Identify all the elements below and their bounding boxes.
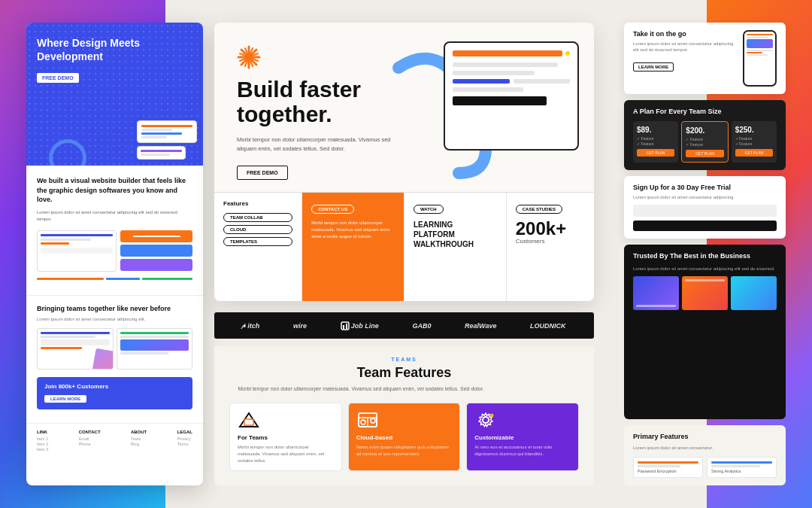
primary-feature-1: Password Encryption bbox=[633, 457, 703, 478]
take-on-go-title: Take it on the go bbox=[633, 30, 737, 38]
trial-signup-btn[interactable] bbox=[633, 221, 777, 231]
feature-tag-templates[interactable]: TEMPLATES bbox=[223, 237, 292, 246]
primary-features-card: Primary Features Lorem ipsum dolor sit a… bbox=[624, 425, 786, 485]
right-column: Take it on the go Lorem ipsum dolor sit … bbox=[624, 23, 786, 485]
section2-text: Lorem ipsum dolor sit amet consectetur a… bbox=[37, 316, 192, 322]
price-2-f2: ✓ Feature bbox=[686, 142, 723, 147]
mosaic-container: Where Design Meets Development FREE DEMO bbox=[0, 0, 812, 508]
watch-label[interactable]: WATCH bbox=[414, 205, 444, 214]
trusted-screen-3 bbox=[731, 276, 777, 310]
tf-tag: TEAMS bbox=[229, 357, 579, 362]
primary-feature-items: Password Encryption Strong Analytics bbox=[633, 457, 777, 478]
price-2-btn[interactable]: GET PLAN bbox=[686, 150, 723, 157]
trial-title: Sign Up for a 30 Day Free Trial bbox=[633, 184, 777, 191]
price-card-2: $200. ✓ Feature ✓ Feature GET PLAN bbox=[681, 121, 728, 163]
primary-features-title: Primary Features bbox=[633, 433, 777, 440]
svg-point-18 bbox=[483, 417, 489, 423]
learning-platform-text: LEARNINGPLATFORMWALKTHROUGH bbox=[414, 220, 497, 249]
price-2-f1: ✓ Feature bbox=[686, 137, 723, 141]
svg-rect-10 bbox=[346, 324, 347, 329]
feature-tag-cloud[interactable]: CLOUD bbox=[223, 225, 292, 234]
case-studies-label[interactable]: CASE STUDIES bbox=[516, 205, 562, 214]
svg-rect-9 bbox=[343, 325, 344, 329]
svg-rect-8 bbox=[341, 322, 349, 330]
tf-card-teams-icon bbox=[238, 411, 260, 430]
features-row: Features TEAM COLLAB CLOUD TEMPLATES CON… bbox=[214, 192, 594, 301]
svg-point-17 bbox=[371, 418, 375, 423]
price-1-btn[interactable]: GET PLAN bbox=[637, 149, 674, 157]
tf-card-teams-text: Morbi tempor non dolor ullamcorper males… bbox=[238, 444, 334, 464]
price-2-amount: $200. bbox=[686, 126, 723, 135]
footer-col-3: ABOUT Team Blog bbox=[131, 430, 147, 452]
section2-screen-1 bbox=[37, 328, 114, 370]
tf-card-cloud-title: Cloud-based bbox=[356, 434, 453, 441]
tf-title: Team Features bbox=[229, 365, 579, 381]
features-label: Features bbox=[223, 200, 292, 207]
tf-card-teams-title: For Teams bbox=[238, 434, 334, 441]
tf-card-cloud: Cloud-based Nemo enim ipsam voluptatem q… bbox=[348, 403, 461, 471]
logos-bar: 𝓅 itch wire Job Line GAB0 RealWave LOUDN… bbox=[214, 312, 594, 339]
left-card-section2: Bringing teams together like never befor… bbox=[26, 295, 203, 423]
take-on-go-card: Take it on the go Lorem ipsum dolor sit … bbox=[624, 23, 786, 94]
plan-card: A Plan For Every Team Size $89. ✓ Featur… bbox=[624, 100, 786, 170]
team-features-section: TEAMS Team Features Morbi tempor non dol… bbox=[214, 346, 594, 485]
hero-demo-button[interactable]: FREE DEMO bbox=[237, 166, 288, 180]
trusted-text: Lorem ipsum dolor sit amet consectetur a… bbox=[633, 266, 777, 272]
take-on-go-learn-more[interactable]: LEARN MORE bbox=[633, 62, 674, 71]
feature-tag-team[interactable]: TEAM COLLAB bbox=[223, 213, 292, 222]
trusted-screen-2 bbox=[682, 276, 728, 310]
join-title: Join 800k+ Customers bbox=[44, 383, 185, 390]
left-card-body-title: We built a visual website builder that f… bbox=[37, 176, 192, 205]
logo-wire: wire bbox=[293, 322, 307, 330]
left-card-body: We built a visual website builder that f… bbox=[26, 166, 203, 295]
primary-feature-2: Strong Analytics bbox=[707, 457, 777, 478]
tf-cards: For Teams Morbi tempor non dolor ullamco… bbox=[229, 403, 579, 471]
join-banner: Join 800k+ Customers LEARN MORE bbox=[37, 377, 192, 409]
svg-point-16 bbox=[361, 420, 365, 424]
features-col-3: WATCH LEARNINGPLATFORMWALKTHROUGH bbox=[404, 193, 507, 301]
trusted-title: Trusted By The Best in the Business bbox=[633, 252, 777, 261]
hero-illustration bbox=[414, 38, 579, 158]
footer-col-4: LEGAL Privacy Terms bbox=[177, 430, 192, 452]
contact-us-label[interactable]: CONTACT US bbox=[311, 205, 354, 214]
price-3-amount: $250. bbox=[735, 126, 773, 134]
tf-card-custom-title: Customizable bbox=[474, 434, 571, 441]
price-card-3: $250. ✓ Feature ✓ Feature GET PLAN bbox=[732, 121, 777, 163]
price-1-f1: ✓ Feature bbox=[637, 136, 674, 141]
svg-rect-12 bbox=[244, 419, 253, 425]
footer-col-1-title: LINK bbox=[37, 430, 48, 434]
primary-features-text: Lorem ipsum dolor sit amet consectetur. bbox=[633, 445, 777, 451]
trial-card: Sign Up for a 30 Day Free Trial Lorem ip… bbox=[624, 176, 786, 239]
price-3-f1: ✓ Feature bbox=[735, 136, 773, 141]
footer-col-4-title: LEGAL bbox=[177, 430, 192, 434]
tf-card-custom-icon bbox=[474, 411, 497, 430]
section2-title: Bringing teams together like never befor… bbox=[37, 305, 192, 312]
trusted-screen-1 bbox=[633, 276, 679, 310]
trusted-card: Trusted By The Best in the Business Lore… bbox=[624, 245, 786, 418]
footer-col-2: CONTACT Email Phone bbox=[79, 430, 101, 452]
left-card-header-title: Where Design Meets Development bbox=[37, 36, 192, 63]
price-card-1: $89. ✓ Feature ✓ Feature GET PLAN bbox=[633, 121, 678, 163]
left-card-body-text: Lorem ipsum dolor sit amet consectetur a… bbox=[37, 209, 192, 223]
logo-realwave: RealWave bbox=[465, 322, 496, 330]
contact-us-text: Morbi tempor non dolor ullamcorper males… bbox=[311, 220, 395, 240]
price-1-amount: $89. bbox=[637, 126, 674, 134]
price-1-f2: ✓ Feature bbox=[637, 141, 674, 146]
plan-title: A Plan For Every Team Size bbox=[633, 108, 777, 115]
price-3-btn[interactable]: GET PLAN bbox=[735, 149, 773, 157]
tf-card-teams: For Teams Morbi tempor non dolor ullamco… bbox=[229, 403, 342, 471]
tf-header: TEAMS Team Features Morbi tempor non dol… bbox=[229, 357, 579, 394]
svg-point-19 bbox=[490, 414, 494, 418]
price-3-f2: ✓ Feature bbox=[735, 141, 773, 146]
footer-col-2-title: CONTACT bbox=[79, 430, 101, 434]
trusted-screens bbox=[633, 276, 777, 310]
left-card-demo-button[interactable]: FREE DEMO bbox=[37, 73, 79, 83]
left-card-footer: LINK Item 1 Item 2 Item 3 CONTACT Email … bbox=[26, 423, 203, 458]
trial-email-input[interactable] bbox=[633, 205, 777, 217]
price-cards: $89. ✓ Feature ✓ Feature GET PLAN $200. … bbox=[633, 121, 777, 163]
footer-col-1: LINK Item 1 Item 2 Item 3 bbox=[37, 430, 48, 452]
join-button[interactable]: LEARN MORE bbox=[44, 395, 86, 403]
take-on-go-text: Lorem ipsum dolor sit amet consectetur a… bbox=[633, 41, 737, 53]
features-col-4: CASE STUDIES 200k+ Customers bbox=[507, 193, 594, 301]
features-col-1: Features TEAM COLLAB CLOUD TEMPLATES bbox=[214, 193, 302, 301]
